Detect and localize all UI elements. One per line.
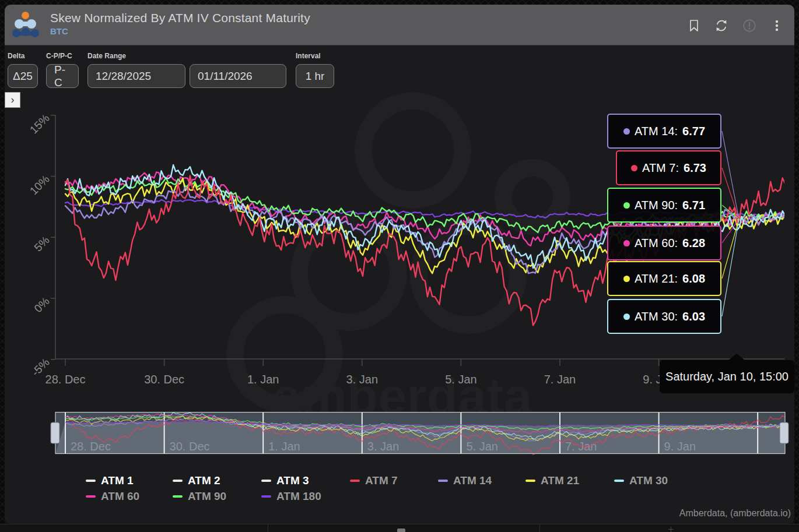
tooltip-series-value: 6.73 — [684, 161, 706, 175]
x-tick-label: 28. Dec — [45, 373, 86, 386]
tooltip-series-label: ATM 60: — [635, 237, 678, 250]
legend-label: ATM 14 — [453, 474, 492, 487]
tooltip-series-value: 6.03 — [682, 310, 705, 323]
legend-item-atm-14[interactable]: ATM 14 — [438, 474, 492, 487]
y-tick-label: 15% — [27, 112, 52, 136]
legend-item-atm-2[interactable]: ATM 2 — [173, 474, 220, 487]
navigator-right-handle[interactable] — [780, 422, 789, 443]
legend-dash-icon — [86, 495, 96, 498]
navigator-tick-label: 1. Jan — [268, 440, 300, 453]
x-tick-label: 1. Jan — [247, 373, 279, 386]
tooltip-box-atm-21: ATM 21: 6.08 — [607, 261, 721, 296]
series-dot-icon — [623, 128, 630, 135]
legend-item-atm-30[interactable]: ATM 30 — [614, 474, 668, 487]
legend-label: ATM 90 — [188, 490, 226, 503]
legend-label: ATM 21 — [541, 474, 579, 487]
footer-divider — [268, 524, 268, 532]
navigator-tick-label: 3. Jan — [367, 440, 399, 453]
navigator[interactable]: 28. Dec30. Dec1. Jan3. Jan5. Jan7. Jan9.… — [51, 412, 789, 455]
tooltip-series-label: ATM 30: — [635, 310, 678, 323]
legend-label: ATM 2 — [188, 474, 220, 487]
y-tick-label: 0% — [32, 295, 52, 315]
legend-label: ATM 3 — [276, 474, 309, 487]
tooltip-notch — [728, 354, 745, 360]
legend-label: ATM 30 — [629, 474, 668, 487]
navigator-tick-label: 7. Jan — [565, 440, 597, 453]
legend-dash-icon — [261, 480, 271, 482]
attribution-text: Amberdata, (amberdata.io) — [679, 508, 791, 519]
legend-dash-icon — [173, 480, 183, 482]
x-tick-label: 7. Jan — [544, 373, 576, 386]
legend-label: ATM 1 — [101, 474, 134, 487]
tooltip-series-value: 6.71 — [682, 199, 705, 212]
legend-dash-icon — [438, 480, 448, 482]
legend-dash-icon — [525, 480, 535, 482]
tooltip-connector — [722, 219, 739, 316]
legend-dash-icon — [350, 480, 360, 482]
series-dot-icon — [623, 202, 630, 209]
x-tick-label: 5. Jan — [445, 373, 476, 386]
legend-label: ATM 60 — [101, 490, 139, 503]
y-tick-label: 10% — [27, 172, 52, 197]
navigator-left-handle[interactable] — [51, 422, 59, 443]
tooltip-series-value: 6.08 — [682, 272, 705, 286]
watermark-logo — [363, 101, 462, 200]
series-dot-icon — [623, 240, 630, 246]
x-tick-label: 30. Dec — [144, 373, 184, 386]
series-dot-icon — [623, 313, 630, 320]
chart-panel: amberdata15%10%5%0%-5%28. Dec30. Dec1. J… — [5, 5, 794, 524]
y-tick-label: 5% — [32, 234, 52, 253]
tooltip-box-atm-30: ATM 30: 6.03 — [607, 299, 721, 334]
tooltip-series-value: 6.77 — [682, 125, 705, 138]
tooltip-series-value: 6.28 — [682, 237, 705, 250]
crosshair-date-tooltip: Saturday, Jan 10, 15:00 — [660, 360, 794, 393]
legend-dash-icon — [614, 480, 624, 482]
legend-item-atm-180[interactable]: ATM 180 — [261, 490, 321, 503]
navigator-tick-label: 9. Jan — [664, 440, 696, 453]
footer-mark — [668, 529, 674, 530]
legend-item-atm-7[interactable]: ATM 7 — [350, 474, 398, 487]
page: { "header": { "title": "Skew Normalized … — [0, 0, 799, 532]
legend-item-atm-1[interactable]: ATM 1 — [86, 474, 134, 487]
tooltip-series-label: ATM 21: — [635, 272, 678, 286]
series-dot-icon — [631, 165, 637, 171]
tooltip-series-label: ATM 7: — [642, 161, 679, 175]
legend-dash-icon — [173, 495, 183, 498]
legend-label: ATM 7 — [365, 474, 398, 487]
legend-label: ATM 180 — [276, 490, 321, 503]
x-tick-label: 3. Jan — [346, 373, 378, 386]
legend-item-atm-60[interactable]: ATM 60 — [86, 490, 139, 503]
navigator-tick-label: 30. Dec — [170, 440, 210, 453]
tooltip-box-atm-90: ATM 90: 6.71 — [607, 188, 721, 223]
tooltip-box-atm-14: ATM 14: 6.77 — [607, 114, 721, 149]
tooltip-box-atm-60: ATM 60: 6.28 — [607, 226, 721, 260]
legend-dash-icon — [86, 480, 96, 482]
crosshair-date-text: Saturday, Jan 10, 15:00 — [665, 370, 789, 383]
tooltip-box-atm-7: ATM 7: 6.73 — [616, 150, 721, 185]
legend-item-atm-21[interactable]: ATM 21 — [525, 474, 579, 487]
footer-handle — [397, 529, 405, 532]
legend-dash-icon — [261, 495, 271, 498]
legend-item-atm-3[interactable]: ATM 3 — [261, 474, 309, 487]
tooltip-series-label: ATM 14: — [635, 125, 678, 138]
series-dot-icon — [623, 276, 630, 282]
tooltip-series-label: ATM 90: — [635, 199, 678, 212]
bottom-bar — [0, 524, 799, 532]
footer-divider — [539, 524, 540, 532]
legend-item-atm-90[interactable]: ATM 90 — [173, 490, 226, 503]
navigator-tick-label: 5. Jan — [466, 440, 497, 453]
